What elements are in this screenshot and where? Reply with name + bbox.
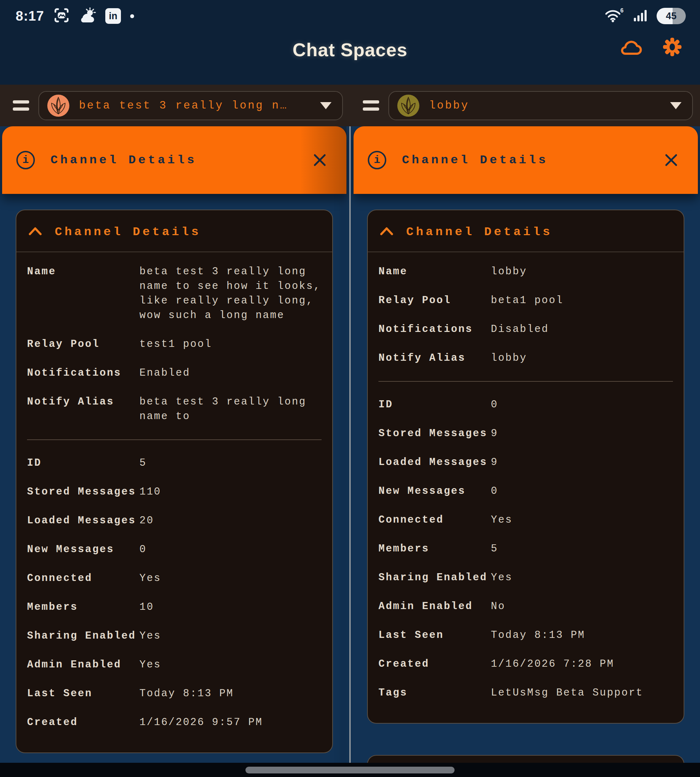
cloud-sync-button[interactable] [620, 39, 642, 55]
detail-row: Sharing Enabled Yes [27, 622, 322, 650]
info-rows: Name lobby Relay Pool beta1 pool Notific… [378, 257, 673, 372]
row-label: Members [378, 542, 491, 556]
channel-details-card: Channel Details Name lobby Relay Pool be… [367, 210, 684, 724]
detail-row: Relay Pool beta1 pool [378, 286, 673, 315]
row-value: lobby [491, 264, 673, 279]
detail-row: Notifications Enabled [27, 358, 322, 387]
app-bar: Chat Spaces [0, 27, 700, 85]
row-label: Members [27, 600, 140, 614]
detail-row: Sharing Enabled Yes [378, 563, 673, 592]
selector-half-left: beta test 3 really long n… [0, 85, 350, 126]
row-label: Loaded Messages [27, 514, 140, 528]
settings-button[interactable] [663, 38, 682, 56]
detail-row: Created 1/16/2026 7:28 PM [378, 650, 673, 679]
clock: 8:17 [16, 8, 44, 24]
wifi-icon: 6 [604, 7, 625, 25]
close-icon[interactable] [662, 150, 681, 170]
info-icon: i [17, 151, 35, 169]
row-value: 5 [491, 542, 673, 556]
channel-pane-right: i Channel Details Channel Details [352, 126, 700, 777]
detail-row: Connected Yes [27, 564, 322, 593]
row-value: Today 8:13 PM [491, 628, 673, 642]
row-label: Last Seen [378, 628, 491, 642]
detail-row: New Messages 0 [378, 477, 673, 505]
stat-rows: ID 0 Stored Messages 9 Loaded Messages 9 [378, 390, 673, 707]
row-label: Created [378, 657, 491, 671]
row-label: Name [378, 264, 491, 279]
row-value: beta test 3 really long name to see how … [140, 264, 322, 323]
row-label: Sharing Enabled [27, 629, 140, 643]
row-value: 110 [140, 485, 322, 499]
pane-divider [349, 126, 351, 777]
card-body: Name lobby Relay Pool beta1 pool Notific… [368, 252, 683, 723]
detail-row: Members 5 [378, 534, 673, 563]
channel-dropdown-left[interactable]: beta test 3 really long n… [38, 91, 343, 120]
channel-selector-row: beta test 3 really long n… [0, 85, 700, 126]
selected-channel-label: beta test 3 really long n… [79, 99, 311, 112]
card-collapse-header[interactable]: Channel Details [17, 210, 332, 252]
detail-row: New Messages 0 [27, 535, 322, 564]
system-nav-bar [0, 763, 700, 777]
row-label: Relay Pool [27, 337, 140, 352]
row-label: Notifications [27, 366, 140, 380]
channel-details-card: Channel Details Name beta test 3 really … [16, 210, 333, 753]
detail-row: Connected Yes [378, 505, 673, 534]
selected-channel-label: lobby [429, 99, 661, 112]
home-indicator[interactable] [245, 767, 455, 774]
detail-row: Name beta test 3 really long name to see… [27, 257, 322, 330]
detail-row: Tags LetUsMsg Beta Support [378, 679, 673, 707]
channel-pane-left: i Channel Details Channel Details [0, 126, 348, 777]
detail-row: Created 1/16/2026 9:57 PM [27, 708, 322, 737]
row-value: No [491, 599, 673, 614]
row-value: 10 [140, 600, 322, 614]
row-value: 1/16/2026 7:28 PM [491, 657, 673, 671]
channel-dropdown-right[interactable]: lobby [388, 91, 693, 120]
status-bar: 8:17 in [0, 0, 700, 27]
channel-avatar [397, 94, 420, 117]
detail-row: Admin Enabled No [378, 592, 673, 621]
detail-row: Notify Alias beta test 3 really long nam… [27, 387, 322, 431]
row-label: Connected [378, 513, 491, 527]
row-value: Today 8:13 PM [140, 686, 322, 701]
row-value: LetUsMsg Beta Support [491, 685, 673, 700]
menu-icon[interactable] [362, 99, 381, 112]
detail-row: Name lobby [378, 257, 673, 286]
row-label: New Messages [378, 484, 491, 499]
notification-dot-icon [130, 14, 134, 18]
row-value: 9 [491, 455, 673, 470]
detail-row: Members 10 [27, 593, 322, 622]
row-value: 20 [140, 514, 322, 528]
row-value: Yes [491, 570, 673, 585]
chevron-down-icon [670, 102, 682, 109]
page-title: Chat Spaces [0, 39, 700, 60]
detail-row: Notifications Disabled [378, 315, 673, 343]
detail-row: Loaded Messages 9 [378, 448, 673, 477]
section-divider [378, 381, 673, 382]
row-value: 9 [491, 426, 673, 441]
row-label: Connected [27, 571, 140, 585]
weather-icon [79, 7, 96, 25]
row-label: Relay Pool [378, 293, 491, 308]
card-collapse-header[interactable]: Channel Details [368, 210, 683, 252]
row-label: Loaded Messages [378, 455, 491, 470]
row-label: Last Seen [27, 686, 140, 701]
menu-icon[interactable] [12, 99, 31, 112]
row-value: 1/16/2026 9:57 PM [140, 715, 322, 730]
info-rows: Name beta test 3 really long name to see… [27, 257, 322, 431]
row-value: Yes [491, 513, 673, 527]
signal-icon [633, 8, 648, 24]
selector-half-right: lobby [350, 85, 700, 126]
row-label: Admin Enabled [27, 657, 140, 672]
gear-icon [663, 52, 682, 57]
row-label: Notifications [378, 322, 491, 337]
card-title: Channel Details [406, 225, 552, 239]
row-value: 0 [491, 397, 673, 412]
stat-rows: ID 5 Stored Messages 110 Loaded Messages… [27, 449, 322, 737]
card-title: Channel Details [55, 225, 201, 239]
detail-row: Stored Messages 9 [378, 419, 673, 448]
banner-title: Channel Details [402, 153, 662, 167]
detail-row: Last Seen Today 8:13 PM [378, 621, 673, 650]
close-icon[interactable] [310, 150, 329, 170]
detail-row: Stored Messages 110 [27, 477, 322, 506]
detail-row: ID 5 [27, 449, 322, 477]
